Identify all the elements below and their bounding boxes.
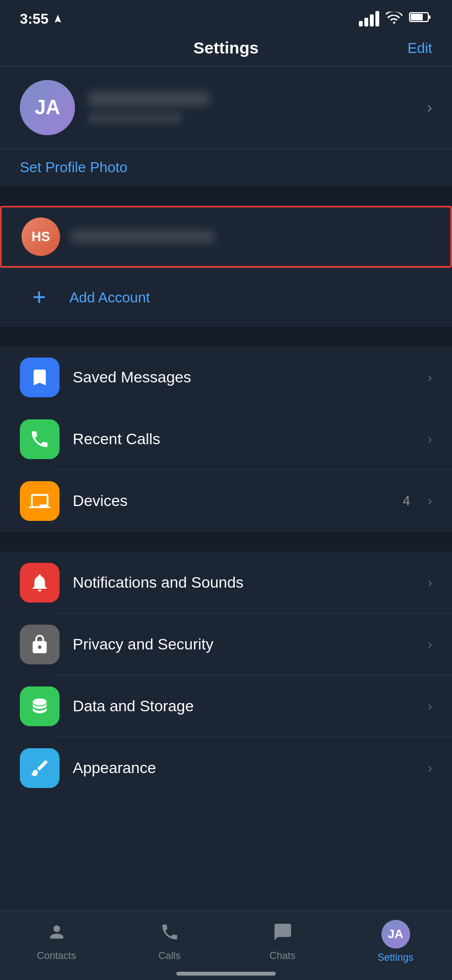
contacts-tab-icon (47, 922, 67, 947)
home-indicator (176, 972, 276, 976)
appearance-item[interactable]: Appearance › (0, 737, 452, 799)
avatar: JA (20, 80, 75, 135)
calls-tab-icon (160, 922, 180, 947)
status-bar: 3:55 (0, 0, 452, 33)
profile-sub-blur (88, 112, 182, 124)
nav-bar: Settings Edit (0, 33, 452, 66)
add-icon: + (20, 278, 58, 317)
appearance-chevron-icon: › (428, 760, 432, 776)
chats-tab-label: Chats (270, 950, 295, 962)
notifications-label: Notifications and Sounds (73, 574, 415, 592)
wifi-icon (386, 10, 402, 28)
devices-chevron-icon: › (428, 493, 432, 509)
appearance-label: Appearance (73, 759, 415, 777)
data-chevron-icon: › (428, 699, 432, 714)
accounts-section: HS + Add Account (0, 206, 452, 327)
section-gap-2 (0, 327, 452, 347)
profile-chevron-icon: › (427, 99, 432, 116)
battery-icon (409, 11, 432, 26)
bottom-spacer (0, 799, 452, 887)
section-gap-3 (0, 532, 452, 552)
edit-button[interactable]: Edit (407, 40, 432, 57)
second-account-item[interactable]: HS (0, 206, 452, 268)
tab-chats[interactable]: Chats (244, 922, 321, 962)
notifications-icon (20, 563, 60, 603)
add-account-label: Add Account (69, 289, 150, 306)
profile-name-blur (88, 91, 209, 106)
privacy-item[interactable]: Privacy and Security › (0, 614, 452, 675)
notifications-chevron-icon: › (428, 575, 432, 590)
second-account-avatar: HS (21, 217, 60, 256)
data-item[interactable]: Data and Storage › (0, 675, 452, 737)
add-account-item[interactable]: + Add Account (0, 268, 452, 327)
devices-icon (20, 481, 60, 521)
recent-calls-chevron-icon: › (428, 432, 432, 447)
saved-messages-item[interactable]: Saved Messages › (0, 347, 452, 408)
contacts-tab-label: Contacts (37, 950, 76, 962)
set-profile-photo-section: Set Profile Photo (0, 149, 452, 186)
recent-calls-item[interactable]: Recent Calls › (0, 408, 452, 470)
saved-messages-chevron-icon: › (428, 370, 432, 385)
devices-item[interactable]: Devices 4 › (0, 470, 452, 532)
signal-bars (359, 11, 379, 26)
menu-section-2: Notifications and Sounds › Privacy and S… (0, 552, 452, 799)
saved-messages-icon (20, 358, 60, 397)
tab-settings[interactable]: JA Settings (357, 920, 434, 963)
tab-calls[interactable]: Calls (131, 922, 208, 962)
svg-rect-2 (411, 14, 423, 20)
svg-rect-1 (428, 15, 431, 19)
profile-info (88, 91, 414, 124)
section-gap-1 (0, 186, 452, 206)
settings-tab-icon: JA (381, 920, 410, 949)
location-arrow-icon (53, 14, 63, 24)
chats-tab-icon (273, 922, 293, 947)
appearance-icon (20, 748, 60, 788)
page-title: Settings (193, 39, 259, 57)
privacy-label: Privacy and Security (73, 636, 415, 653)
settings-tab-label: Settings (378, 952, 413, 963)
devices-label: Devices (73, 492, 390, 510)
menu-section-1: Saved Messages › Recent Calls › Devices … (0, 347, 452, 532)
second-account-name-blur (71, 230, 214, 243)
privacy-chevron-icon: › (428, 637, 432, 652)
saved-messages-label: Saved Messages (73, 369, 415, 386)
set-profile-photo-button[interactable]: Set Profile Photo (20, 159, 127, 175)
recent-calls-icon (20, 419, 60, 459)
devices-badge: 4 (403, 493, 410, 509)
tab-contacts[interactable]: Contacts (18, 922, 95, 962)
tab-bar: Contacts Calls Chats JA Settings (0, 910, 452, 980)
notifications-item[interactable]: Notifications and Sounds › (0, 552, 452, 614)
data-icon (20, 686, 60, 726)
status-time: 3:55 (20, 10, 63, 28)
calls-tab-label: Calls (158, 950, 180, 962)
profile-row[interactable]: JA › (0, 67, 452, 148)
privacy-icon (20, 625, 60, 664)
recent-calls-label: Recent Calls (73, 430, 415, 448)
data-label: Data and Storage (73, 697, 415, 715)
status-icons (359, 10, 432, 28)
